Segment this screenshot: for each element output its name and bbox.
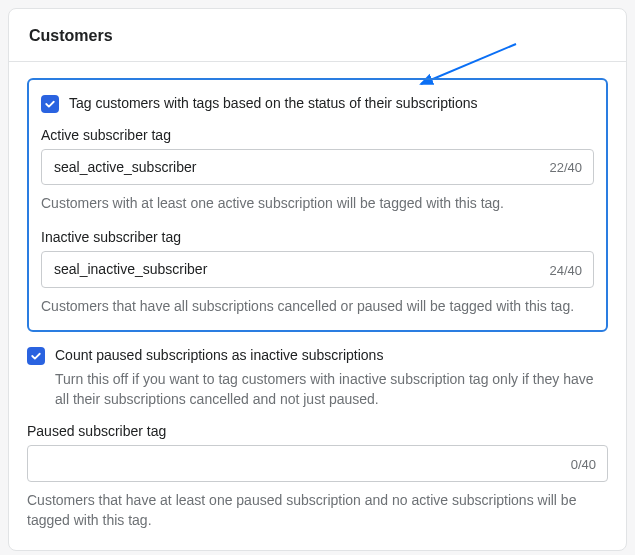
count-paused-label-wrap: Count paused subscriptions as inactive s… [55,346,608,409]
card-header: Customers [9,9,626,62]
count-paused-label: Count paused subscriptions as inactive s… [55,346,608,365]
paused-tag-input-wrap: 0/40 [27,445,608,481]
customers-settings-card: Customers Tag customers with tags based … [8,8,627,551]
paused-tag-help: Customers that have at least one paused … [27,490,608,531]
tag-status-checkbox[interactable] [41,95,59,113]
count-paused-sub: Turn this off if you want to tag custome… [55,369,608,410]
paused-tag-input[interactable] [27,445,608,481]
inactive-tag-input-wrap: 24/40 [41,251,594,287]
inactive-tag-section: Inactive subscriber tag 24/40 Customers … [41,229,594,315]
paused-tag-label: Paused subscriber tag [27,423,608,439]
active-tag-help: Customers with at least one active subsc… [41,193,594,213]
card-body: Tag customers with tags based on the sta… [9,62,626,550]
active-tag-count: 22/40 [549,160,582,175]
tag-status-label: Tag customers with tags based on the sta… [69,94,478,113]
tag-status-checkbox-row: Tag customers with tags based on the sta… [41,94,594,113]
active-tag-label: Active subscriber tag [41,127,594,143]
check-icon [30,350,42,362]
inactive-tag-help: Customers that have all subscriptions ca… [41,296,594,316]
count-paused-checkbox[interactable] [27,347,45,365]
active-tag-input-wrap: 22/40 [41,149,594,185]
paused-tag-count: 0/40 [571,456,596,471]
tagging-highlight-box: Tag customers with tags based on the sta… [27,78,608,332]
check-icon [44,98,56,110]
active-tag-section: Active subscriber tag 22/40 Customers wi… [41,127,594,213]
card-title: Customers [29,27,606,45]
inactive-tag-count: 24/40 [549,262,582,277]
inactive-tag-label: Inactive subscriber tag [41,229,594,245]
inactive-tag-input[interactable] [41,251,594,287]
count-paused-checkbox-row: Count paused subscriptions as inactive s… [27,346,608,409]
paused-tag-section: Paused subscriber tag 0/40 Customers tha… [27,423,608,530]
active-tag-input[interactable] [41,149,594,185]
